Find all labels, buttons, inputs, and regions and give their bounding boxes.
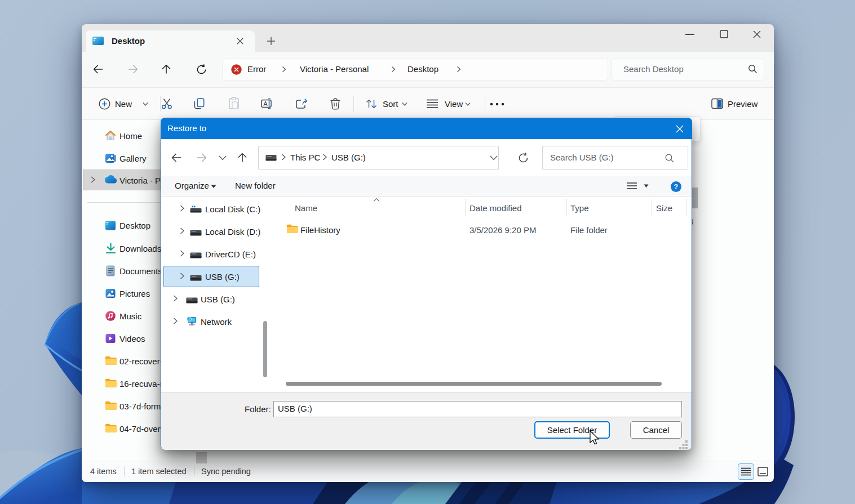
svg-text:A: A <box>264 100 268 107</box>
svg-text:?: ? <box>674 183 679 191</box>
